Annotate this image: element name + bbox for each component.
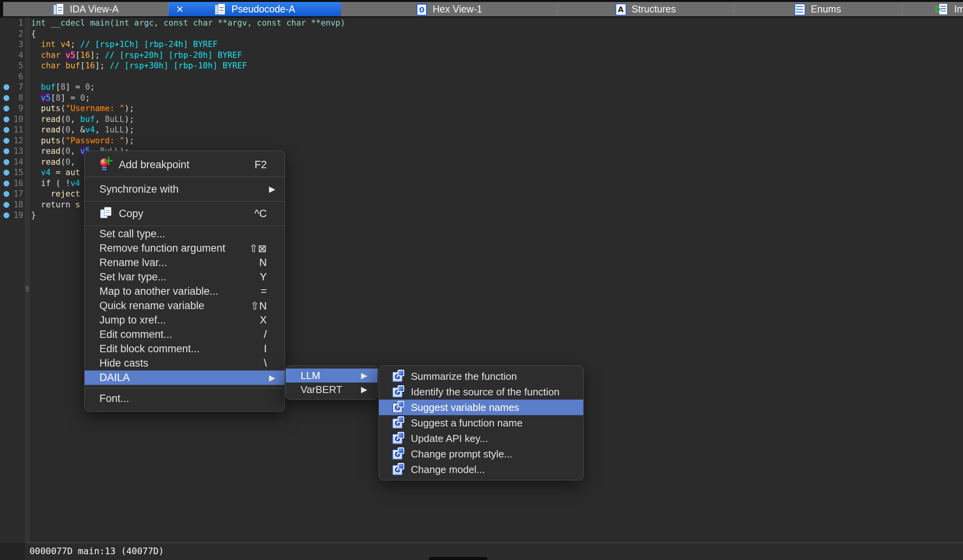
gutter-row: 15 bbox=[0, 167, 25, 178]
tab-pseudocode-a[interactable]: ×Pseudocode-A bbox=[169, 2, 341, 16]
code-token: 0 bbox=[66, 115, 71, 124]
code-line-1[interactable]: int __cdecl main(int argc, const char **… bbox=[31, 18, 345, 29]
menu-item-summarize-the-function[interactable]: Summarize the function bbox=[379, 369, 583, 384]
breakpoint-icon bbox=[99, 157, 113, 173]
menu-item-change-prompt-style[interactable]: Change prompt style... bbox=[379, 446, 583, 462]
menu-item-change-model[interactable]: Change model... bbox=[379, 462, 583, 477]
status-bar-divider bbox=[26, 543, 963, 543]
code-line-12[interactable]: puts("Password: "); bbox=[31, 136, 345, 146]
enums-icon bbox=[794, 3, 805, 15]
menu-item-jump-to-xref[interactable]: Jump to xref...X bbox=[85, 313, 285, 327]
line-number: 6 bbox=[6, 71, 23, 82]
menu-item-shortcut: ^C bbox=[254, 208, 275, 220]
menu-item-font[interactable]: Font... bbox=[85, 390, 285, 407]
code-token: 0 bbox=[80, 93, 85, 103]
menu-item-llm[interactable]: LLM▶ bbox=[286, 369, 377, 383]
close-icon[interactable]: × bbox=[176, 2, 183, 16]
code-token: ; bbox=[90, 82, 95, 92]
code-line-5[interactable]: char buf[16]; // [rsp+30h] [rbp-10h] BYR… bbox=[31, 61, 345, 71]
gutter-row: 12 bbox=[0, 136, 25, 146]
menu-item-edit-block-comment[interactable]: Edit block comment...I bbox=[85, 342, 285, 356]
code-token: ( ! bbox=[51, 179, 71, 188]
code-line-3[interactable]: int v4; // [rsp+1Ch] [rbp-24h] BYREF bbox=[31, 39, 345, 50]
ida-view-icon bbox=[53, 3, 64, 15]
menu-item-identify-the-source-of-the-function[interactable]: Identify the source of the function bbox=[379, 384, 583, 400]
code-token: ( bbox=[61, 146, 66, 156]
tab-imports[interactable]: Imports bbox=[902, 2, 963, 16]
line-number: 17 bbox=[6, 189, 23, 200]
gutter-row: 11 bbox=[0, 125, 25, 136]
tab-hex-view-1[interactable]: Hex View-1 bbox=[341, 2, 557, 16]
menu-item-shortcut: ⇧N bbox=[250, 300, 275, 312]
code-line-7[interactable]: buf[8] = 0; bbox=[31, 82, 345, 93]
line-number: 5 bbox=[6, 61, 23, 71]
code-token: 0 bbox=[66, 157, 71, 167]
menu-item-label: Map to another variable... bbox=[99, 285, 218, 297]
code-line-2[interactable]: { bbox=[31, 29, 345, 40]
tab-enums[interactable]: Enums bbox=[734, 2, 902, 16]
line-number: 4 bbox=[6, 50, 23, 61]
menu-item-set-lvar-type[interactable]: Set lvar type...Y bbox=[85, 270, 285, 284]
code-line-8[interactable]: v5[8] = 0; bbox=[31, 93, 345, 104]
code-line-11[interactable]: read(0, &v4, 1uLL); bbox=[31, 125, 345, 136]
code-token: ); bbox=[124, 136, 134, 145]
tab-ida-view-a[interactable]: IDA View-A bbox=[3, 2, 169, 16]
code-token: v4 bbox=[41, 168, 50, 177]
menu-item-daila[interactable]: DAILA▶ bbox=[85, 370, 285, 385]
menu-item-edit-comment[interactable]: Edit comment.../ bbox=[85, 327, 285, 342]
menu-item-remove-function-argument[interactable]: Remove function argument⇧⊠ bbox=[85, 241, 285, 256]
menu-item-update-api-key[interactable]: Update API key... bbox=[379, 431, 583, 446]
menu-item-label: Copy bbox=[119, 208, 143, 220]
menu-item-map-to-another-variable[interactable]: Map to another variable...= bbox=[85, 284, 285, 299]
menu-item-quick-rename-variable[interactable]: Quick rename variable⇧N bbox=[85, 299, 285, 313]
code-token: buf bbox=[41, 82, 56, 92]
code-token: ; bbox=[85, 93, 90, 103]
plugin-icon bbox=[392, 448, 405, 460]
code-line-4[interactable]: char v5[16]; // [rsp+20h] [rbp-20h] BYRE… bbox=[31, 50, 345, 61]
code-token: ( bbox=[61, 115, 66, 124]
menu-item-label: Hide casts bbox=[99, 357, 148, 369]
plugin-icon bbox=[392, 417, 405, 429]
code-line-6[interactable] bbox=[31, 71, 345, 82]
tab-label: Pseudocode-A bbox=[231, 3, 295, 15]
menu-item-shortcut: I bbox=[264, 343, 275, 355]
code-token bbox=[61, 61, 66, 70]
code-token: read bbox=[41, 146, 61, 156]
gutter-scrollbar[interactable] bbox=[25, 17, 30, 543]
code-token: v4 bbox=[85, 125, 95, 134]
menu-item-synchronize-with[interactable]: Synchronize with▶ bbox=[85, 178, 285, 200]
code-line-10[interactable]: read(0, buf, 8uLL); bbox=[31, 114, 345, 125]
plugin-icon bbox=[392, 401, 405, 414]
code-token: read bbox=[41, 157, 61, 167]
code-token: v5 bbox=[41, 93, 50, 103]
code-token bbox=[70, 200, 75, 209]
code-token: , bbox=[70, 157, 80, 167]
code-token: [ bbox=[80, 61, 85, 70]
status-bar-corner bbox=[0, 543, 25, 560]
code-token: ); bbox=[124, 104, 134, 113]
menu-separator bbox=[85, 226, 285, 226]
gutter-scrollbar-thumb[interactable] bbox=[26, 286, 29, 292]
code-token: 0 bbox=[66, 146, 71, 156]
code-token bbox=[31, 125, 41, 134]
gutter-row: 9 bbox=[0, 103, 25, 114]
menu-item-hide-casts[interactable]: Hide casts\ bbox=[85, 356, 285, 370]
menu-item-copy[interactable]: Copy^C bbox=[85, 202, 285, 225]
menu-item-suggest-variable-names[interactable]: Suggest variable names bbox=[379, 400, 583, 415]
pseudocode-icon bbox=[214, 3, 226, 15]
menu-item-set-call-type[interactable]: Set call type... bbox=[85, 227, 285, 241]
code-token: , bbox=[70, 146, 80, 156]
gutter-row: 10 bbox=[0, 114, 25, 125]
code-line-9[interactable]: puts("Username: "); bbox=[31, 103, 345, 114]
tab-structures[interactable]: Structures bbox=[557, 2, 734, 16]
menu-item-rename-lvar[interactable]: Rename lvar...N bbox=[85, 256, 285, 270]
menu-item-suggest-a-function-name[interactable]: Suggest a function name bbox=[379, 415, 583, 431]
gutter-row: 4 bbox=[0, 50, 25, 61]
menu-item-add-breakpoint[interactable]: Add breakpointF2 bbox=[85, 153, 285, 176]
code-token: ] = bbox=[61, 93, 80, 103]
plugin-icon bbox=[392, 432, 405, 445]
menu-item-varbert[interactable]: VarBERT▶ bbox=[286, 383, 377, 397]
code-token bbox=[31, 61, 41, 70]
code-token: 0 bbox=[66, 125, 71, 134]
menu-item-label: Synchronize with bbox=[99, 183, 179, 195]
